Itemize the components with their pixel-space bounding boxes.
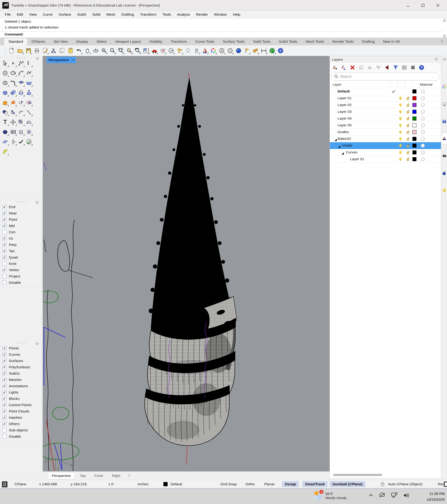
- layer-color-swatch[interactable]: [412, 96, 417, 101]
- toolbar-tab-solid-tools[interactable]: Solid Tools: [249, 38, 275, 45]
- revolve-surface-tool[interactable]: [17, 89, 25, 97]
- delete-layer-icon[interactable]: [349, 64, 356, 71]
- viewport-layout-icon[interactable]: [142, 47, 150, 54]
- gumball-tool[interactable]: [9, 138, 17, 146]
- toolbar-tab-standard[interactable]: Standard: [4, 38, 27, 45]
- collapse-all-icon[interactable]: [383, 64, 391, 71]
- osnap-checkbox-quad[interactable]: ✓: [2, 255, 7, 259]
- panel-toggle-icon[interactable]: [2, 481, 7, 487]
- layer-material-circle[interactable]: [420, 116, 425, 121]
- layer-material-circle[interactable]: [420, 96, 425, 101]
- help-icon[interactable]: ?: [277, 47, 284, 54]
- panel-tab-display[interactable]: [441, 99, 447, 109]
- menu-drafting[interactable]: Drafting: [118, 11, 137, 18]
- volume-icon[interactable]: [403, 492, 410, 499]
- panel-tab-layers[interactable]: [441, 133, 447, 144]
- print-icon[interactable]: [33, 47, 41, 54]
- filter-blocks[interactable]: ✓Blocks: [0, 396, 41, 402]
- zoom-dynamic-icon[interactable]: [100, 47, 108, 54]
- layer-row-layer-03-3[interactable]: Layer 03: [330, 108, 441, 115]
- select-arrow-tool[interactable]: [1, 59, 9, 67]
- layer-on-bulb-icon[interactable]: [398, 116, 403, 121]
- grasshopper-tool[interactable]: [1, 99, 9, 107]
- plane-surface-tool[interactable]: [1, 138, 9, 146]
- light-bulb-icon[interactable]: [184, 47, 192, 54]
- osnap-knot[interactable]: Knot: [0, 260, 41, 267]
- layer-unlocked-icon[interactable]: [405, 96, 410, 101]
- trim-tool[interactable]: [17, 99, 25, 107]
- layer-row-layer-05-5[interactable]: Layer 05: [330, 122, 441, 129]
- menu-tools[interactable]: Tools: [159, 11, 174, 18]
- filter-checkbox-curves[interactable]: ✓: [2, 352, 7, 357]
- layer-material-circle[interactable]: [420, 123, 425, 128]
- viewport-tab-perspective[interactable]: Perspective: [48, 472, 75, 479]
- array-grid-tool[interactable]: [17, 118, 25, 126]
- filter-surfaces[interactable]: ✓Surfaces: [0, 358, 41, 364]
- paste-clipboard-icon[interactable]: [67, 47, 74, 54]
- layer-on-bulb-icon[interactable]: [398, 123, 403, 128]
- menu-help[interactable]: Help: [230, 11, 243, 18]
- menu-file[interactable]: File: [2, 11, 14, 18]
- viewport-perspective[interactable]: y x z Perspective ▼: [43, 56, 330, 471]
- solid-cube-tool[interactable]: [1, 128, 9, 136]
- rebuild-curve-tool[interactable]: [17, 108, 25, 116]
- status-toggle-grid-snap[interactable]: Grid Snap: [220, 482, 237, 486]
- maximize-button[interactable]: [419, 2, 427, 9]
- flag-icon[interactable]: [243, 47, 251, 54]
- new-layer-icon[interactable]: [332, 64, 339, 71]
- filter-checkbox-control-points[interactable]: ✓: [2, 403, 7, 407]
- layer-row-make2d-7[interactable]: Make2D: [330, 135, 441, 142]
- toolbar-tab-new-in-v8[interactable]: New in V8: [379, 38, 404, 45]
- tray-expand-icon[interactable]: [368, 493, 374, 499]
- layer-material-circle[interactable]: [420, 103, 425, 108]
- filter-checkbox-annotations[interactable]: ✓: [2, 384, 7, 388]
- layer-search-box[interactable]: [331, 73, 440, 81]
- filter-checkbox-point-clouds[interactable]: ✓: [2, 409, 7, 413]
- toolbar-grip[interactable]: [4, 47, 6, 55]
- status-toggle-gumball-cplane-[interactable]: Gumball (CPlane): [330, 481, 365, 487]
- layers-horizontal-scrollbar[interactable]: [333, 474, 382, 476]
- filter-meshes[interactable]: ✓Meshes: [0, 377, 41, 383]
- gear-icon[interactable]: [35, 342, 39, 347]
- layer-row-layer-02-2[interactable]: Layer 02: [330, 102, 441, 108]
- layer-color-swatch[interactable]: [412, 157, 417, 162]
- osnap-disable[interactable]: Disable: [0, 279, 41, 286]
- toolbar-tab-drafting[interactable]: Drafting: [358, 38, 379, 45]
- toolbar-tab-subd-tools[interactable]: SubD Tools: [275, 38, 302, 45]
- zoom-selected-icon[interactable]: [117, 47, 125, 54]
- osnap-perp[interactable]: ✓Perp: [0, 241, 41, 248]
- osnap-checkbox-end[interactable]: ✓: [2, 205, 7, 209]
- toolbar-tab-mesh-tools[interactable]: Mesh Tools: [302, 38, 328, 45]
- edit-page-icon[interactable]: [42, 47, 49, 54]
- lock-icon[interactable]: [193, 47, 200, 54]
- pan-hand-icon[interactable]: [84, 47, 91, 54]
- viewport-tab-top[interactable]: Top: [76, 472, 89, 479]
- toolbar-tab-curve-tools[interactable]: Curve Tools: [191, 38, 219, 45]
- command-prompt[interactable]: Command:: [5, 32, 24, 36]
- status-toggle-planar[interactable]: Planar: [264, 482, 275, 486]
- osnap-point[interactable]: ✓Point: [0, 216, 41, 223]
- split-tool[interactable]: [25, 99, 33, 107]
- command-scrollbar[interactable]: ▲ ▼: [443, 19, 447, 37]
- zoom-extents-icon[interactable]: [126, 47, 133, 54]
- layer-row-visible-8[interactable]: Visible: [330, 142, 441, 149]
- cut-scissors-icon[interactable]: [50, 47, 57, 54]
- contour-tool[interactable]: [9, 128, 17, 136]
- layer-color-swatch[interactable]: [412, 89, 417, 94]
- lock-icon[interactable]: [380, 482, 385, 487]
- osnap-checkbox-knot[interactable]: [2, 262, 7, 266]
- expand-icon[interactable]: [338, 144, 340, 148]
- layer-unlocked-icon[interactable]: [405, 157, 410, 162]
- filter-checkbox-others[interactable]: ✓: [2, 422, 7, 426]
- blend-curve-tool[interactable]: [25, 108, 33, 116]
- circle-center-tool[interactable]: [1, 69, 9, 77]
- menu-mesh[interactable]: Mesh: [103, 11, 118, 18]
- fillet-curve-tool[interactable]: [9, 79, 17, 87]
- duplicate-layer-icon[interactable]: [358, 64, 365, 71]
- filter-annotations[interactable]: ✓Annotations: [0, 383, 41, 389]
- status-cplane[interactable]: CPlane: [15, 482, 26, 486]
- gear-icon[interactable]: [434, 57, 439, 62]
- osnap-vertex[interactable]: ✓Vertex: [0, 267, 41, 273]
- menu-subd[interactable]: SubD: [74, 11, 89, 18]
- layer-on-bulb-icon[interactable]: [398, 96, 403, 101]
